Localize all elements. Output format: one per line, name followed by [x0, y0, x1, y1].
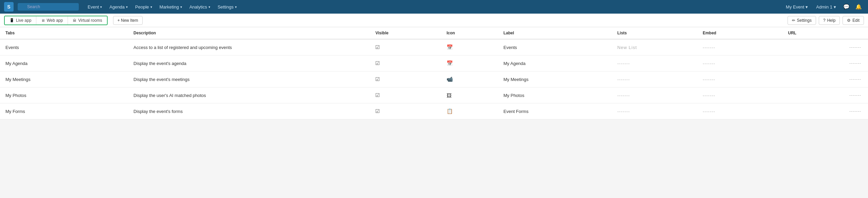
- cell-visible[interactable]: ☑: [370, 71, 441, 87]
- chevron-icon: ▾: [209, 5, 210, 9]
- cell-label: My Photos: [498, 87, 612, 103]
- sub-nav: 📱 Live app 🖥 Web app 🏛 Virtual rooms + N…: [0, 14, 868, 27]
- cell-url: -------: [783, 87, 868, 103]
- col-header-url: URL: [783, 27, 868, 39]
- checkbox-icon[interactable]: ☑: [375, 108, 380, 114]
- new-item-button[interactable]: + New Item: [113, 16, 143, 25]
- checkbox-icon[interactable]: ☑: [375, 76, 380, 82]
- cell-tab-name: My Agenda: [0, 55, 128, 71]
- cell-description: Display the event's meetings: [128, 71, 370, 87]
- col-header-embed: Embed: [697, 27, 782, 39]
- my-event-btn[interactable]: My Event ▾: [782, 2, 811, 12]
- top-nav: S 🔍 Event ▾ Agenda ▾ People ▾ Marketing …: [0, 0, 868, 14]
- checkbox-icon[interactable]: ☑: [375, 44, 380, 50]
- tab-live-app[interactable]: 📱 Live app: [5, 16, 36, 24]
- chat-icon-btn[interactable]: 💬: [841, 1, 852, 12]
- tab-icon: 📅: [447, 60, 453, 66]
- search-input[interactable]: [18, 3, 79, 11]
- cell-lists: -------: [612, 55, 697, 71]
- settings-button[interactable]: ✏ Settings: [788, 16, 816, 25]
- cell-url: -------: [783, 103, 868, 119]
- tab-icon: 📋: [447, 108, 453, 114]
- help-button[interactable]: ? Help: [819, 16, 840, 25]
- table-row: My Meetings Display the event's meetings…: [0, 71, 868, 87]
- cell-embed: -------: [697, 71, 782, 87]
- cell-label: Event Forms: [498, 103, 612, 119]
- nav-item-people[interactable]: People ▾: [132, 2, 155, 12]
- table-row: Events Access to a list of registered an…: [0, 39, 868, 55]
- edit-button[interactable]: ⚙ Edit: [843, 16, 864, 25]
- cell-url: -------: [783, 39, 868, 55]
- nav-item-event[interactable]: Event ▾: [84, 2, 105, 12]
- cell-embed: -------: [697, 103, 782, 119]
- cell-lists: -------: [612, 103, 697, 119]
- admin-btn[interactable]: Admin 1 ▾: [813, 2, 839, 12]
- tab-icon: 📅: [447, 44, 453, 50]
- sub-nav-right: ✏ Settings ? Help ⚙ Edit: [788, 16, 864, 25]
- chevron-icon: ▾: [806, 4, 808, 10]
- mobile-icon: 📱: [10, 18, 14, 22]
- top-nav-right: My Event ▾ Admin 1 ▾ 💬 🔔: [782, 1, 864, 12]
- cell-icon: 🖼: [441, 87, 498, 103]
- cell-tab-name: Events: [0, 39, 128, 55]
- cell-visible[interactable]: ☑: [370, 87, 441, 103]
- table-header-row: Tabs Description Visible Icon Label List…: [0, 27, 868, 39]
- checkbox-icon[interactable]: ☑: [375, 92, 380, 98]
- cell-label: My Meetings: [498, 71, 612, 87]
- col-header-icon: Icon: [441, 27, 498, 39]
- col-header-tabs: Tabs: [0, 27, 128, 39]
- cell-visible[interactable]: ☑: [370, 103, 441, 119]
- building-icon: 🏛: [73, 18, 76, 22]
- tab-virtual-rooms[interactable]: 🏛 Virtual rooms: [68, 16, 107, 24]
- wrench-icon: ✏: [792, 18, 795, 23]
- chevron-icon: ▾: [235, 5, 237, 9]
- col-header-visible: Visible: [370, 27, 441, 39]
- search-wrapper: 🔍: [18, 3, 79, 11]
- notification-icon-btn[interactable]: 🔔: [853, 1, 864, 12]
- cell-description: Display the event's forms: [128, 103, 370, 119]
- cell-label: Events: [498, 39, 612, 55]
- cell-visible[interactable]: ☑: [370, 55, 441, 71]
- app-tabs: 📱 Live app 🖥 Web app 🏛 Virtual rooms: [4, 16, 108, 25]
- nav-item-agenda[interactable]: Agenda ▾: [106, 2, 131, 12]
- chevron-icon: ▾: [834, 4, 836, 10]
- tabs-table: Tabs Description Visible Icon Label List…: [0, 27, 868, 119]
- nav-item-marketing[interactable]: Marketing ▾: [156, 2, 185, 12]
- cell-tab-name: My Forms: [0, 103, 128, 119]
- col-header-lists: Lists: [612, 27, 697, 39]
- cell-embed: -------: [697, 55, 782, 71]
- logo: S: [4, 2, 14, 12]
- help-icon: ?: [823, 18, 826, 23]
- desktop-icon: 🖥: [41, 18, 45, 22]
- chevron-icon: ▾: [150, 5, 152, 9]
- tab-icon: 🖼: [447, 93, 452, 98]
- cell-icon: 📅: [441, 39, 498, 55]
- chevron-icon: ▾: [180, 5, 182, 9]
- table-row: My Photos Display the user's AI matched …: [0, 87, 868, 103]
- cell-visible[interactable]: ☑: [370, 39, 441, 55]
- nav-items: Event ▾ Agenda ▾ People ▾ Marketing ▾ An…: [84, 2, 782, 12]
- col-header-label: Label: [498, 27, 612, 39]
- nav-item-settings[interactable]: Settings ▾: [214, 2, 240, 12]
- cell-tab-name: My Photos: [0, 87, 128, 103]
- cell-embed: -------: [697, 87, 782, 103]
- cell-icon: 📹: [441, 71, 498, 87]
- cell-embed: -------: [697, 39, 782, 55]
- tab-web-app[interactable]: 🖥 Web app: [36, 16, 68, 24]
- table-row: My Agenda Display the event's agenda ☑ 📅…: [0, 55, 868, 71]
- cell-lists: -------: [612, 87, 697, 103]
- checkbox-icon[interactable]: ☑: [375, 60, 380, 66]
- cell-icon: 📋: [441, 103, 498, 119]
- cell-label: My Agenda: [498, 55, 612, 71]
- cell-description: Display the user's AI matched photos: [128, 87, 370, 103]
- gear-icon: ⚙: [847, 18, 851, 23]
- nav-item-analytics[interactable]: Analytics ▾: [186, 2, 214, 12]
- cell-description: Access to a list of registered and upcom…: [128, 39, 370, 55]
- col-header-description: Description: [128, 27, 370, 39]
- cell-tab-name: My Meetings: [0, 71, 128, 87]
- cell-icon: 📅: [441, 55, 498, 71]
- cell-description: Display the event's agenda: [128, 55, 370, 71]
- cell-url: -------: [783, 71, 868, 87]
- cell-lists[interactable]: New List: [612, 39, 697, 55]
- table-row: My Forms Display the event's forms ☑ 📋 E…: [0, 103, 868, 119]
